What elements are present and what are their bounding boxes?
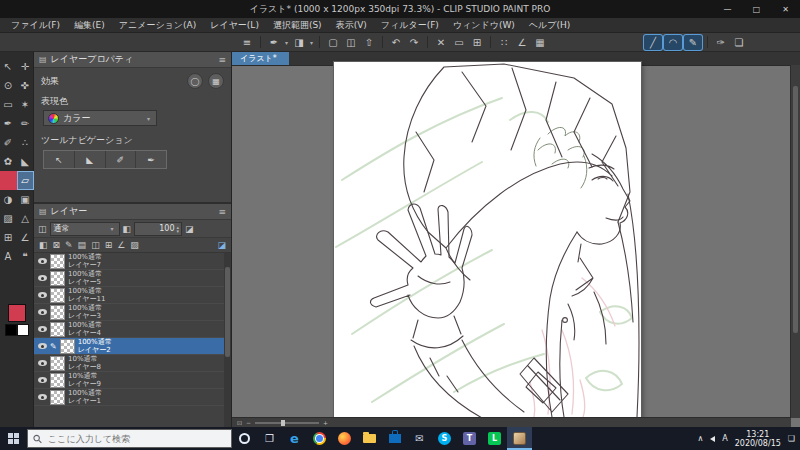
frame-border-icon[interactable]: ⊞: [105, 240, 113, 250]
layer-row[interactable]: 100%通常レイヤー11: [34, 287, 231, 304]
main-menu-icon[interactable]: ≡: [238, 35, 256, 50]
fill-tool[interactable]: ▣: [17, 190, 34, 209]
canvas-tab[interactable]: イラスト*: [232, 52, 289, 65]
menu-view[interactable]: 表示(V): [329, 19, 374, 32]
tool-nav-brush-icon[interactable]: ✐: [106, 151, 137, 168]
ruler-icon[interactable]: ∠: [117, 240, 125, 250]
selection-tool[interactable]: ▭: [0, 95, 17, 114]
border-effect-icon[interactable]: ◯: [187, 73, 203, 89]
text-tool[interactable]: A: [0, 247, 17, 266]
panel-dropdown-icon[interactable]: ◨: [290, 35, 308, 50]
chevron-down-icon[interactable]: ▾: [283, 39, 290, 46]
blend-mode-select[interactable]: 通常 ▾: [50, 222, 120, 236]
layer-row[interactable]: 100%通常レイヤー3: [34, 304, 231, 321]
menu-help[interactable]: ヘルプ(H): [522, 19, 577, 32]
menu-layer[interactable]: レイヤー(L): [203, 19, 266, 32]
mask-icon[interactable]: ◫: [91, 240, 100, 250]
menu-edit[interactable]: 編集(E): [67, 19, 112, 32]
visibility-eye-icon[interactable]: [38, 258, 47, 264]
delete-icon[interactable]: ✕: [432, 35, 450, 50]
opacity-field[interactable]: 100 ▴ ▾: [134, 222, 182, 236]
taskbar-app-firefox[interactable]: [332, 427, 357, 450]
pen-tool[interactable]: ✒: [0, 114, 17, 133]
main-color-swatch[interactable]: [8, 304, 26, 322]
visibility-eye-icon[interactable]: [38, 343, 47, 349]
figure-tool[interactable]: △: [17, 209, 34, 228]
layer-thumbnail[interactable]: [60, 339, 75, 354]
auto-select-tool[interactable]: ✶: [17, 95, 34, 114]
menu-window[interactable]: ウィンドウ(W): [446, 19, 522, 32]
snap-icon[interactable]: ∷: [495, 35, 513, 50]
airbrush-tool[interactable]: ∴: [17, 133, 34, 152]
export-icon[interactable]: ⇧: [360, 35, 378, 50]
step-down-icon[interactable]: ▾: [177, 229, 180, 233]
menu-filter[interactable]: フィルター(F): [374, 19, 446, 32]
zoom-slider[interactable]: [255, 422, 319, 424]
visibility-eye-icon[interactable]: [38, 394, 47, 400]
layer-row[interactable]: 100%通常レイヤー7: [34, 253, 231, 270]
frame-tool[interactable]: ⊞: [0, 228, 17, 247]
lock-alpha-icon[interactable]: ◧: [39, 240, 48, 250]
tray-chevron-up-icon[interactable]: ∧: [697, 434, 703, 443]
layer-thumbnail[interactable]: [50, 305, 65, 320]
polyline-tool-icon[interactable]: ✎: [684, 35, 702, 50]
eraser-tool[interactable]: ▱: [17, 171, 34, 190]
layer-thumbnail[interactable]: [50, 356, 65, 371]
ime-indicator[interactable]: A: [722, 434, 727, 443]
pencil-tool[interactable]: ✏: [17, 114, 34, 133]
visibility-eye-icon[interactable]: [38, 360, 47, 366]
menu-animation[interactable]: アニメーション(A): [112, 19, 203, 32]
taskbar-clock[interactable]: 13:21 2020/08/15: [735, 430, 781, 448]
drawing-canvas[interactable]: [334, 62, 641, 418]
paper-color-swatch[interactable]: [17, 324, 29, 336]
tool-nav-pen-icon[interactable]: ✒: [136, 151, 166, 168]
menu-file[interactable]: ファイル(F): [4, 19, 67, 32]
layer-list-scrollbar[interactable]: [224, 253, 231, 427]
close-button[interactable]: ✕: [771, 0, 800, 18]
taskbar-app-line[interactable]: L: [482, 427, 507, 450]
subtool-dropdown-icon[interactable]: ✒: [265, 35, 283, 50]
layer-thumbnail[interactable]: [50, 288, 65, 303]
canvas-vertical-scrollbar[interactable]: [790, 65, 800, 418]
ruler-tool[interactable]: ∠: [17, 228, 34, 247]
layer-thumbnail[interactable]: [50, 373, 65, 388]
visibility-eye-icon[interactable]: [38, 326, 47, 332]
zoom-out-icon[interactable]: −: [246, 418, 251, 427]
deselect-icon[interactable]: ▭: [450, 35, 468, 50]
blend-tool[interactable]: ◑: [0, 190, 17, 209]
clip-icon[interactable]: ▤: [78, 240, 87, 250]
lock-icon[interactable]: ⊠: [53, 240, 61, 250]
density-icon[interactable]: ◧: [123, 224, 132, 234]
sub-color-swatch[interactable]: [5, 324, 17, 336]
layer-move-tool[interactable]: ✜: [17, 76, 34, 95]
redo-icon[interactable]: ↷: [405, 35, 423, 50]
grid-icon[interactable]: ▦: [531, 35, 549, 50]
layer-thumbnail[interactable]: [50, 390, 65, 405]
palette-menu-icon[interactable]: ≡: [218, 207, 226, 217]
line-tool-icon[interactable]: ╱: [644, 35, 662, 50]
cortana-button[interactable]: [232, 427, 257, 450]
tool-nav-operate-icon[interactable]: ↖: [44, 151, 75, 168]
maximize-button[interactable]: □: [742, 0, 771, 18]
taskbar-app-mail[interactable]: ✉: [407, 427, 432, 450]
layer-row[interactable]: 100%通常レイヤー1: [34, 389, 231, 406]
volume-icon[interactable]: [710, 436, 715, 442]
task-view-button[interactable]: ❐: [257, 427, 282, 450]
palette-menu-icon[interactable]: ≡: [218, 55, 226, 65]
visibility-eye-icon[interactable]: [38, 377, 47, 383]
taskbar-app-edge[interactable]: e: [282, 427, 307, 450]
layer-row[interactable]: 10%通常レイヤー9: [34, 372, 231, 389]
taskbar-app-skype[interactable]: S: [432, 427, 457, 450]
layer-thumbnail[interactable]: [50, 271, 65, 286]
fit-icon[interactable]: ⊡: [237, 418, 242, 427]
pen-settings-icon[interactable]: ✑: [712, 35, 730, 50]
materials-icon[interactable]: ❏: [730, 35, 748, 50]
expression-color-dropdown[interactable]: カラー ▾: [43, 110, 157, 126]
layer-row[interactable]: 100%通常レイヤー5: [34, 270, 231, 287]
tone-icon[interactable]: ▨: [130, 240, 139, 250]
chevron-down-icon[interactable]: ▾: [308, 39, 315, 46]
taskbar-app-teams[interactable]: T: [457, 427, 482, 450]
snap-ruler-icon[interactable]: ∠: [513, 35, 531, 50]
layer-row[interactable]: 100%通常レイヤー4: [34, 321, 231, 338]
taskbar-search[interactable]: [27, 429, 232, 448]
